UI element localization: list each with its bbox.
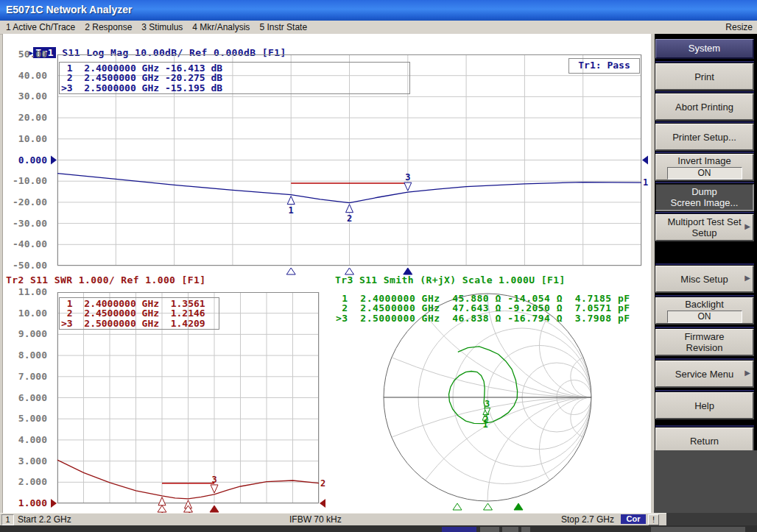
resize-button[interactable]: Resize	[725, 22, 753, 32]
submenu-arrow-icon: ▶	[744, 369, 750, 377]
y-tick-label: 10.00	[18, 308, 47, 319]
ref-level-arrow-left	[51, 156, 57, 165]
bottom-bar-button-fragment	[480, 527, 499, 532]
softkey-printer-setup[interactable]: Printer Setup...	[655, 124, 754, 151]
marker-table-row: 2 2.4500000 GHz 1.2146	[61, 308, 217, 318]
menu-item-1-active-ch-trace[interactable]: 1 Active Ch/Trace	[6, 22, 75, 32]
y-tick-label: -40.00	[13, 239, 47, 249]
y-tick-label: 40.00	[18, 71, 47, 81]
submenu-arrow-icon: ▶	[744, 222, 750, 230]
marker-table-row: 2 2.4500000 GHz 47.643 Ω -9.2050 Ω 7.057…	[336, 303, 630, 313]
y-tick-label: 4.000	[18, 435, 47, 445]
y-tick-label: 3.000	[18, 456, 47, 467]
svg-text:2: 2	[483, 414, 488, 425]
ifbw-indicator: IFBW 70 kHz	[289, 514, 342, 525]
bottom-bar-clock-fragment	[651, 527, 745, 532]
softkey-menu: System PrintAbort PrintingPrinter Setup.…	[655, 39, 754, 455]
y-tick-label: -20.00	[13, 197, 47, 208]
y-tick-label: 30.00	[18, 91, 47, 102]
tr2-y-axis-labels: 11.0010.009.0008.0007.0006.0005.0004.000…	[0, 292, 47, 504]
svg-text:3: 3	[405, 172, 410, 182]
correction-badge: Cor	[621, 514, 646, 524]
status-bar: 1 Start 2.2 GHz IFBW 70 kHz Stop 2.7 GHz…	[0, 513, 666, 526]
softkey-toggle-state: ON	[667, 311, 742, 323]
softkey-backlight[interactable]: BacklightON	[655, 297, 754, 324]
menu-item-2-response[interactable]: 2 Response	[85, 22, 132, 32]
softkey-dump[interactable]: DumpScreen Image...	[655, 184, 754, 211]
y-tick-label: 10.00	[18, 134, 47, 144]
y-tick-label: -30.00	[13, 219, 47, 229]
tr2-marker-readout: 1 2.4000000 GHz 1.3561 2 2.4500000 GHz 1…	[59, 297, 219, 330]
y-tick-label: 50.00	[18, 49, 47, 60]
svg-text:3: 3	[485, 399, 490, 409]
softkey-abort-printing[interactable]: Abort Printing	[655, 93, 754, 121]
tr1-y-axis-labels: 50.0040.0030.0020.0010.000.000-10.00-20.…	[0, 54, 47, 266]
softkey-sidebar: System PrintAbort PrintingPrinter Setup.…	[651, 34, 757, 513]
submenu-arrow-icon: ▶	[744, 274, 750, 282]
marker-table-row: >3 2.5000000 GHz 1.4209	[61, 319, 217, 328]
trace3-header: Tr3 S11 Smith (R+jX) Scale 1.000U [F1]	[335, 274, 566, 285]
softkey-invert-image[interactable]: Invert ImageON	[655, 154, 754, 181]
softkey-help[interactable]: Help	[655, 392, 754, 419]
tr3-marker-readout: 1 2.4000000 GHz 45.880 Ω -14.054 Ω 4.718…	[336, 294, 630, 323]
bottom-bar-button-fragment	[502, 527, 518, 532]
ref-level-arrow-right	[320, 499, 325, 508]
tr3-smith-chart: 123	[335, 291, 652, 515]
bottom-bar-button-fragment	[521, 527, 530, 532]
softkey-firmware[interactable]: FirmwareRevision	[655, 329, 754, 356]
menu-item-5-instr-state[interactable]: 5 Instr State	[259, 22, 307, 32]
menu-item-3-stimulus[interactable]: 3 Stimulus	[141, 22, 183, 32]
softkey-service-menu[interactable]: Service Menu▶	[655, 361, 754, 388]
menu-item-4-mkr-analysis[interactable]: 4 Mkr/Analysis	[192, 22, 250, 32]
trace2-header: Tr2 S11 SWR 1.000/ Ref 1.000 [F1]	[6, 274, 205, 285]
y-tick-label: 0.000	[18, 155, 47, 166]
svg-text:3: 3	[211, 475, 216, 485]
marker-table-row: 1 2.4000000 GHz 45.880 Ω -14.054 Ω 4.718…	[336, 294, 630, 303]
y-tick-label: 8.000	[18, 350, 47, 361]
softkey-menu-title: System	[655, 39, 754, 59]
ref-level-arrow-right	[642, 156, 648, 165]
marker-table-row: 1 2.4000000 GHz -16.413 dB	[61, 63, 408, 73]
limit-test-status: Tr1: Pass	[568, 58, 640, 74]
app-window: E5071C Network Analyzer 1 Active Ch/Trac…	[0, 0, 757, 532]
window-title: E5071C Network Analyzer	[6, 4, 132, 15]
marker-table-row: >3 2.5000000 GHz -15.195 dB	[61, 83, 408, 93]
svg-text:1: 1	[289, 205, 294, 216]
svg-text:2: 2	[320, 478, 325, 489]
bottom-bar-button-fragment	[442, 527, 476, 532]
softkey-multiport-test-set[interactable]: Multiport Test SetSetup▶	[655, 214, 754, 241]
y-tick-label: 2.000	[18, 477, 47, 487]
channel-indicator: 1	[1, 514, 14, 525]
sidebar-edge	[651, 34, 655, 513]
y-tick-label: 20.00	[18, 113, 47, 123]
svg-text:1: 1	[643, 177, 648, 188]
y-tick-label: -10.00	[13, 176, 47, 186]
titlebar: E5071C Network Analyzer	[0, 0, 757, 21]
y-tick-label: 7.000	[18, 372, 47, 382]
menu-bar: 1 Active Ch/Trace2 Response3 Stimulus4 M…	[0, 21, 757, 35]
marker-table-row: 2 2.4500000 GHz -20.275 dB	[61, 73, 408, 82]
bottom-bar-fragment	[0, 525, 757, 532]
softkey-misc-setup[interactable]: Misc Setup▶	[655, 266, 754, 293]
softkey-toggle-state: ON	[667, 167, 742, 180]
y-tick-label: 9.000	[18, 329, 47, 339]
menu-items: 1 Active Ch/Trace2 Response3 Stimulus4 M…	[6, 22, 307, 32]
y-tick-label: 11.00	[18, 287, 47, 297]
softkey-print[interactable]: Print	[655, 63, 754, 91]
tr1-marker-readout: 1 2.4000000 GHz -16.413 dB 2 2.4500000 G…	[59, 62, 410, 94]
y-tick-label: 6.000	[18, 393, 47, 403]
start-frequency: Start 2.2 GHz	[18, 514, 71, 525]
stop-frequency: Stop 2.7 GHz	[561, 514, 614, 525]
y-tick-label: 5.000	[18, 414, 47, 424]
status-bar-dark-end	[666, 513, 757, 525]
y-tick-label: 1.000	[18, 498, 47, 508]
marker-table-row: 1 2.4000000 GHz 1.3561	[61, 299, 217, 308]
svg-text:2: 2	[347, 213, 352, 224]
marker-table-row: >3 2.5000000 GHz 46.838 Ω -16.794 Ω 3.79…	[336, 313, 630, 323]
ref-level-arrow-left	[51, 499, 57, 508]
alert-indicator[interactable]: !	[648, 514, 659, 525]
y-tick-label: -50.00	[13, 260, 47, 271]
